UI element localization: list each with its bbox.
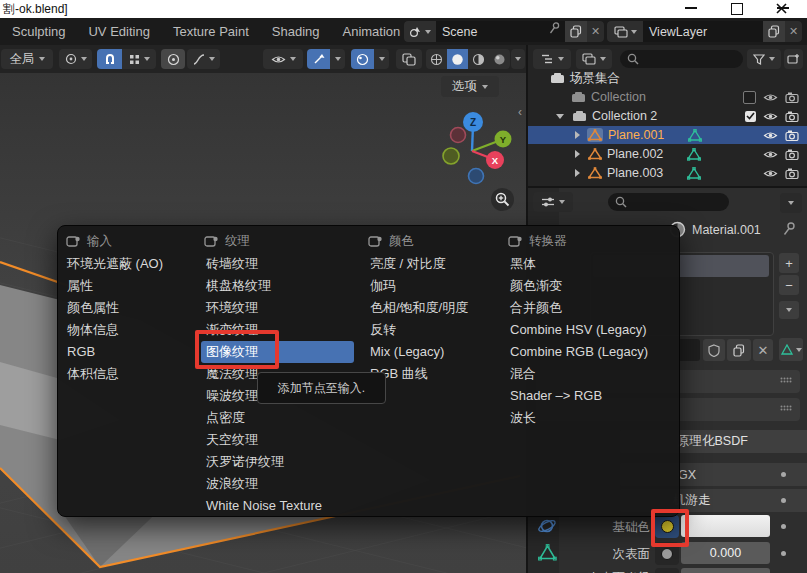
- expand-arrow[interactable]: [575, 131, 580, 139]
- tab-sculpting[interactable]: Sculpting: [12, 24, 65, 39]
- material-specials-dropdown[interactable]: [779, 301, 799, 319]
- menu-item-rgb[interactable]: RGB: [62, 341, 200, 363]
- properties-search-input[interactable]: [608, 193, 729, 211]
- outliner-filter-dropdown[interactable]: [747, 49, 781, 69]
- menu-item-combine-hsv-legacy[interactable]: Combine HSV (Legacy): [505, 319, 673, 341]
- shading-rendered-button[interactable]: [489, 49, 510, 69]
- viewport-zoom-button[interactable]: [491, 188, 514, 211]
- viewlayer-copy-button[interactable]: [763, 21, 785, 42]
- menu-item-blackbody[interactable]: 黑体: [505, 253, 673, 275]
- tab-shading[interactable]: Shading: [272, 24, 320, 39]
- menu-item-object-info[interactable]: 物体信息: [62, 319, 200, 341]
- render-camera-icon[interactable]: [785, 168, 799, 179]
- properties-editor-type-dropdown[interactable]: [533, 192, 573, 212]
- shading-wireframe-button[interactable]: [426, 49, 447, 69]
- menu-item-bright-contrast[interactable]: 亮度 / 对比度: [365, 253, 503, 275]
- menu-item-combine-rgb-legacy[interactable]: Combine RGB (Legacy): [505, 341, 673, 363]
- decorator-dot[interactable]: [781, 524, 786, 529]
- menu-item-gamma[interactable]: 伽玛: [365, 275, 503, 297]
- render-camera-icon[interactable]: [785, 92, 799, 103]
- gizmos-dropdown[interactable]: [330, 49, 345, 69]
- object-visibility-dropdown[interactable]: [263, 49, 303, 69]
- menu-item-point-density[interactable]: 点密度: [201, 407, 354, 429]
- menu-item-sky-texture[interactable]: 天空纹理: [201, 429, 354, 451]
- row-plane-001[interactable]: Plane.001: [528, 126, 807, 144]
- outliner-filter-collection-dropdown[interactable]: [576, 49, 612, 69]
- gizmos-toggle[interactable]: [307, 49, 330, 69]
- menu-item-shader-to-rgb[interactable]: Shader –> RGB: [505, 385, 673, 407]
- proportional-editing-toggle[interactable]: [161, 49, 185, 69]
- pin-icon[interactable]: [549, 21, 561, 35]
- snap-toggle[interactable]: [97, 49, 122, 69]
- hide-eye-icon[interactable]: [763, 92, 778, 103]
- expand-arrow[interactable]: [575, 169, 580, 177]
- pivot-point-dropdown[interactable]: [59, 49, 92, 69]
- overlays-dropdown[interactable]: [374, 49, 389, 69]
- decorator-dot[interactable]: [781, 551, 786, 556]
- options-dropdown[interactable]: 选项: [441, 76, 499, 97]
- menu-item-attribute[interactable]: 属性: [62, 275, 200, 297]
- decorator-dot[interactable]: [781, 472, 786, 477]
- minimize2-icon[interactable]: [685, 7, 697, 9]
- outliner-search-input[interactable]: [620, 50, 743, 68]
- menu-item-white-noise-texture[interactable]: White Noise Texture: [201, 495, 354, 517]
- shading-dropdown[interactable]: [511, 49, 525, 69]
- axis-neg-x-ball[interactable]: [451, 128, 466, 143]
- object-data-properties-tab[interactable]: [538, 544, 557, 561]
- tab-texture-paint[interactable]: Texture Paint: [173, 24, 249, 39]
- shading-solid-button[interactable]: [447, 49, 468, 69]
- hide-eye-icon[interactable]: [763, 149, 778, 160]
- unlink-material-button[interactable]: ✕: [753, 339, 773, 361]
- tab-uv-editing[interactable]: UV Editing: [88, 24, 149, 39]
- tab-animation[interactable]: Animation: [343, 24, 401, 39]
- menu-item-combine-color[interactable]: 合并颜色: [505, 297, 673, 319]
- hide-eye-icon[interactable]: [763, 111, 778, 122]
- menu-item-environment-texture[interactable]: 环境纹理: [201, 297, 354, 319]
- subsurface-value-slider[interactable]: 0.000: [681, 542, 770, 564]
- expand-arrow[interactable]: [575, 150, 580, 158]
- render-camera-icon[interactable]: [785, 111, 799, 122]
- sidebar-collapse-arrow[interactable]: ‹: [518, 105, 522, 119]
- subsurface-radius-slider[interactable]: 0.000: [681, 568, 770, 573]
- axis-neg-z-ball[interactable]: [469, 169, 484, 184]
- subsurface-radius-socket[interactable]: [655, 568, 679, 573]
- transform-orientation-dropdown[interactable]: 全局: [1, 49, 53, 69]
- copy-material-button[interactable]: [727, 339, 751, 361]
- properties-filter-dropdown[interactable]: [780, 193, 802, 213]
- row-plane-002[interactable]: Plane.002: [528, 145, 807, 163]
- proportional-falloff-dropdown[interactable]: [187, 49, 220, 69]
- breadcrumb-material-name[interactable]: Material.001: [692, 223, 761, 237]
- menu-item-checker-texture[interactable]: 棋盘格纹理: [201, 275, 354, 297]
- scene-unlink-button[interactable]: ✕: [587, 21, 604, 42]
- decorator-dot[interactable]: [781, 498, 786, 503]
- menu-item-invert[interactable]: 反转: [365, 319, 503, 341]
- scene-browse-button[interactable]: [404, 21, 436, 42]
- menu-item-color-attribute[interactable]: 颜色属性: [62, 297, 200, 319]
- menu-item-color-ramp[interactable]: 颜色渐变: [505, 275, 673, 297]
- menu-item-wavelength[interactable]: 波长: [505, 407, 673, 429]
- row-plane-003[interactable]: Plane.003: [528, 164, 807, 182]
- menu-item-brick-texture[interactable]: 砖墙纹理: [201, 253, 354, 275]
- row-scene-collection[interactable]: 场景集合: [528, 69, 807, 87]
- exclude-checkbox-unchecked[interactable]: [743, 91, 756, 104]
- fake-user-shield-button[interactable]: [703, 339, 725, 361]
- collapse-arrow[interactable]: [556, 114, 564, 119]
- scene-name-field[interactable]: Scene: [436, 21, 549, 42]
- xray-toggle[interactable]: [396, 49, 422, 69]
- physics-properties-tab[interactable]: [537, 517, 557, 536]
- hide-eye-icon[interactable]: [763, 130, 778, 141]
- exclude-checkbox-checked[interactable]: [745, 111, 756, 122]
- menu-item-mix[interactable]: 混合: [505, 363, 673, 385]
- menu-item-ambient-occlusion[interactable]: 环境光遮蔽 (AO): [62, 253, 200, 275]
- render-camera-icon[interactable]: [785, 130, 799, 141]
- node-tree-dropdown[interactable]: [779, 338, 803, 361]
- row-collection[interactable]: Collection: [528, 88, 807, 106]
- outliner-display-mode-dropdown[interactable]: [533, 49, 571, 69]
- snap-target-dropdown[interactable]: [122, 49, 156, 69]
- hide-eye-icon[interactable]: [763, 168, 778, 179]
- add-material-slot-button[interactable]: +: [779, 253, 799, 273]
- menu-item-mix-legacy[interactable]: Mix (Legacy): [365, 341, 503, 363]
- navigation-gizmo[interactable]: Z Y X: [438, 103, 518, 198]
- pin-icon[interactable]: [783, 221, 796, 236]
- close-icon[interactable]: [776, 3, 787, 14]
